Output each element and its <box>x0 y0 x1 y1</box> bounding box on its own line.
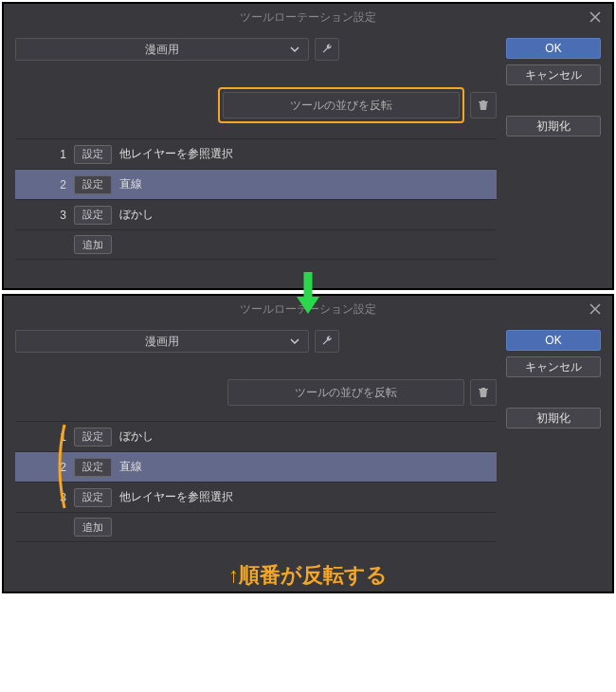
cancel-button[interactable]: キャンセル <box>506 64 601 85</box>
titlebar: ツールローテーション設定 <box>4 4 612 30</box>
row-label: 直線 <box>119 459 142 475</box>
delete-button[interactable] <box>470 379 497 406</box>
reset-button[interactable]: 初期化 <box>506 116 601 137</box>
config-button[interactable]: 設定 <box>74 145 112 164</box>
tool-list: 1 設定 ぼかし 2 設定 直線 3 設定 他レイヤーを参照選択 <box>15 421 497 542</box>
dropdown-label: 漫画用 <box>145 42 179 58</box>
reverse-label: ツールの並びを反転 <box>290 98 392 114</box>
ok-button[interactable]: OK <box>506 38 601 59</box>
list-item[interactable]: 2 設定 直線 <box>15 169 497 199</box>
row-label: ぼかし <box>119 207 154 223</box>
reverse-label: ツールの並びを反転 <box>295 385 397 401</box>
tool-list: 1 設定 他レイヤーを参照選択 2 設定 直線 3 設定 ぼかし <box>15 138 497 260</box>
preset-dropdown[interactable]: 漫画用 <box>15 330 309 353</box>
ok-button[interactable]: OK <box>506 330 601 351</box>
close-button[interactable] <box>586 300 605 319</box>
preset-dropdown[interactable]: 漫画用 <box>15 38 309 61</box>
caption-annotation: ↑順番が反転する <box>4 550 612 592</box>
arrow-annotation <box>291 270 325 320</box>
close-icon <box>589 11 601 23</box>
list-item[interactable]: 1 設定 他レイヤーを参照選択 <box>15 138 497 169</box>
reset-button[interactable]: 初期化 <box>506 408 601 428</box>
reverse-order-button[interactable]: ツールの並びを反転 <box>223 92 460 118</box>
add-button[interactable]: 追加 <box>74 518 112 537</box>
config-button[interactable]: 設定 <box>74 206 112 225</box>
row-label: 他レイヤーを参照選択 <box>119 489 233 505</box>
trash-icon <box>477 99 490 112</box>
list-item[interactable]: 1 設定 ぼかし <box>15 421 497 451</box>
row-number: 1 <box>53 148 66 161</box>
list-item[interactable]: 2 設定 直線 <box>15 451 497 482</box>
config-button[interactable]: 設定 <box>74 428 112 446</box>
highlight-annotation: ツールの並びを反転 <box>218 87 464 123</box>
cancel-button[interactable]: キャンセル <box>506 356 601 377</box>
row-number: 2 <box>53 178 66 191</box>
settings-button[interactable] <box>315 330 339 353</box>
trash-icon <box>477 386 490 399</box>
config-button[interactable]: 設定 <box>74 488 112 507</box>
reverse-order-button[interactable]: ツールの並びを反転 <box>227 379 464 406</box>
list-item[interactable]: 3 設定 他レイヤーを参照選択 <box>15 482 497 512</box>
close-button[interactable] <box>586 8 605 27</box>
add-button[interactable]: 追加 <box>74 235 112 254</box>
row-number: 2 <box>53 461 66 474</box>
dialog-before: ツールローテーション設定 漫画用 <box>2 2 614 290</box>
add-row[interactable]: 追加 <box>15 512 497 542</box>
config-button[interactable]: 設定 <box>74 458 112 477</box>
wrench-icon <box>320 43 334 56</box>
row-label: 他レイヤーを参照選択 <box>119 146 233 162</box>
wrench-icon <box>320 335 334 348</box>
chevron-down-icon <box>289 44 300 58</box>
settings-button[interactable] <box>315 38 339 61</box>
list-item[interactable]: 3 設定 ぼかし <box>15 199 497 229</box>
dropdown-label: 漫画用 <box>145 334 179 350</box>
close-icon <box>589 303 601 315</box>
delete-button[interactable] <box>470 92 497 118</box>
row-label: ぼかし <box>119 428 154 445</box>
add-row[interactable]: 追加 <box>15 229 497 260</box>
row-number: 3 <box>53 209 66 222</box>
row-label: 直線 <box>119 176 142 192</box>
config-button[interactable]: 設定 <box>74 175 112 194</box>
dialog-title: ツールローテーション設定 <box>240 9 376 26</box>
row-number: 3 <box>53 491 66 504</box>
dialog-after: ツールローテーション設定 漫画用 <box>2 294 614 593</box>
row-number: 1 <box>53 430 66 444</box>
chevron-down-icon <box>289 336 300 350</box>
